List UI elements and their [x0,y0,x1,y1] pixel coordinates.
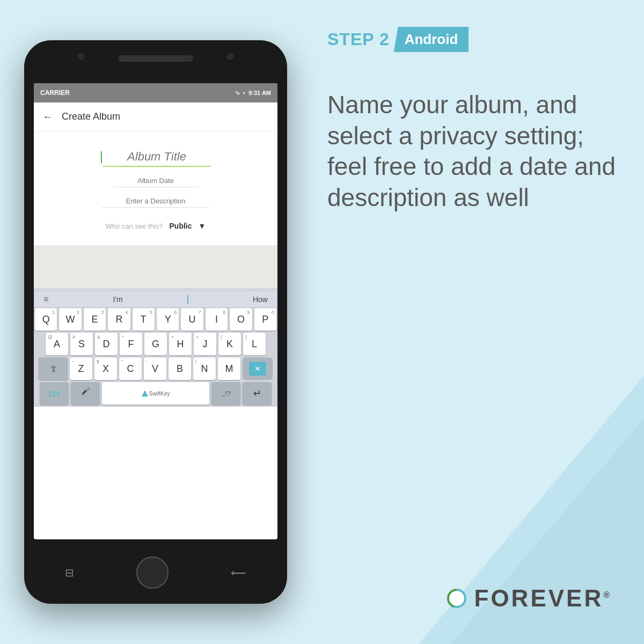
keyboard: ≡ I'm How 1Q 2W 3E 4R 5T 6Y [34,288,277,407]
back-button[interactable]: ← [42,111,53,123]
key-special[interactable]: .,!? [211,382,240,405]
key-q[interactable]: 1Q [35,308,57,331]
suggestion-bar: ≡ I'm How [35,291,276,308]
privacy-dropdown[interactable]: ▼ [199,222,206,230]
nav-square-icon[interactable]: ⊟ [65,566,74,579]
key-u[interactable]: 7U [181,308,203,331]
key-j[interactable]: =J [194,333,216,355]
carrier-label: CARRIER [40,89,70,97]
privacy-label: Who can see this? [106,222,163,230]
menu-icon: ≡ [43,295,48,304]
phone-screen: CARRIER ∿ ▪ 9:31 AM ← Create Album [34,83,277,539]
nav-back-icon[interactable]: ⟵ [231,566,246,579]
key-b[interactable]: :B [169,357,191,380]
cursor-line [101,151,102,163]
key-mic[interactable]: 🎤 , [71,382,100,405]
app-header: ← Create Album [34,103,277,131]
svg-marker-0 [142,390,148,397]
key-n[interactable]: /N [193,357,216,380]
key-z[interactable]: −Z [70,357,92,380]
keyboard-row-2: @A #S &D *F -G +H =J (K )L [35,333,276,355]
key-r[interactable]: 4R [108,308,130,331]
key-m[interactable]: M [218,357,240,380]
status-bar: CARRIER ∿ ▪ 9:31 AM [34,83,277,103]
platform-badge: Android [394,27,469,52]
key-k[interactable]: (K [218,333,241,355]
key-i[interactable]: 8I [206,308,228,331]
left-panel: CARRIER ∿ ▪ 9:31 AM ← Create Album [0,0,311,644]
keyboard-row-1: 1Q 2W 3E 4R 5T 6Y 7U 8I 9O 0P [35,308,276,331]
key-shift[interactable]: ⇧ [39,357,68,380]
keyboard-row-3: ⇧ −Z $X "C 'V :B /N M ✕ [35,357,276,380]
step-header: STEP 2 Android [327,27,617,52]
phone-nav-bar: ⊟ ⟵ [34,551,277,594]
key-w[interactable]: 2W [59,308,81,331]
key-f[interactable]: *F [120,333,142,355]
home-button[interactable] [136,557,169,589]
keyboard-row-4: 123 🎤 , SwiftKey .,!? [35,382,276,405]
key-o[interactable]: 9O [230,308,252,331]
key-p[interactable]: 0P [254,308,276,331]
backspace-icon: ✕ [249,362,266,376]
key-e[interactable]: 3E [84,308,106,331]
key-s[interactable]: #S [70,333,93,355]
status-icons: ∿ ▪ 9:31 AM [235,90,271,97]
key-x[interactable]: $X [94,357,117,380]
step-label: STEP 2 [327,30,390,49]
suggestion-how[interactable]: How [253,295,268,304]
phone-container: CARRIER ∿ ▪ 9:31 AM ← Create Album [24,40,287,604]
mic-icon: 🎤 [81,386,90,395]
phone-speaker [118,55,193,62]
key-backspace[interactable]: ✕ [243,357,273,380]
swiftkey-logo: SwiftKey [142,390,170,397]
phone-camera-right [227,53,233,60]
app-title: Create Album [62,111,120,122]
privacy-value: Public [170,222,192,230]
right-panel: STEP 2 Android Name your album, and sele… [311,0,644,644]
key-h[interactable]: +H [169,333,192,355]
key-c[interactable]: "C [119,357,142,380]
key-t[interactable]: 5T [133,308,155,331]
description-input[interactable] [102,195,209,208]
key-g[interactable]: -G [144,333,167,355]
form-area: Who can see this? Public ▼ [34,131,277,245]
phone-camera-left [78,53,84,60]
key-a[interactable]: @A [46,333,68,355]
description-text: Name your album, and select a privacy se… [327,90,617,213]
key-123[interactable]: 123 [40,382,69,405]
gray-area [34,245,277,288]
time-label: 9:31 AM [248,90,271,96]
key-enter[interactable]: ↵ [243,382,272,405]
privacy-row: Who can see this? Public ▼ [45,215,267,235]
key-y[interactable]: 6Y [157,308,179,331]
album-title-input[interactable] [103,148,210,167]
album-date-input[interactable] [113,174,199,187]
battery-icon: ▪ [243,90,245,96]
phone-body: CARRIER ∿ ▪ 9:31 AM ← Create Album [24,40,287,604]
page: CARRIER ∿ ▪ 9:31 AM ← Create Album [0,0,644,644]
key-l[interactable]: )L [243,333,266,355]
wifi-icon: ∿ [235,90,240,97]
key-v[interactable]: 'V [144,357,166,380]
cursor-bar [187,295,188,304]
suggestion-im[interactable]: I'm [113,295,122,304]
key-space[interactable]: SwiftKey [102,382,209,405]
key-d[interactable]: &D [95,333,118,355]
